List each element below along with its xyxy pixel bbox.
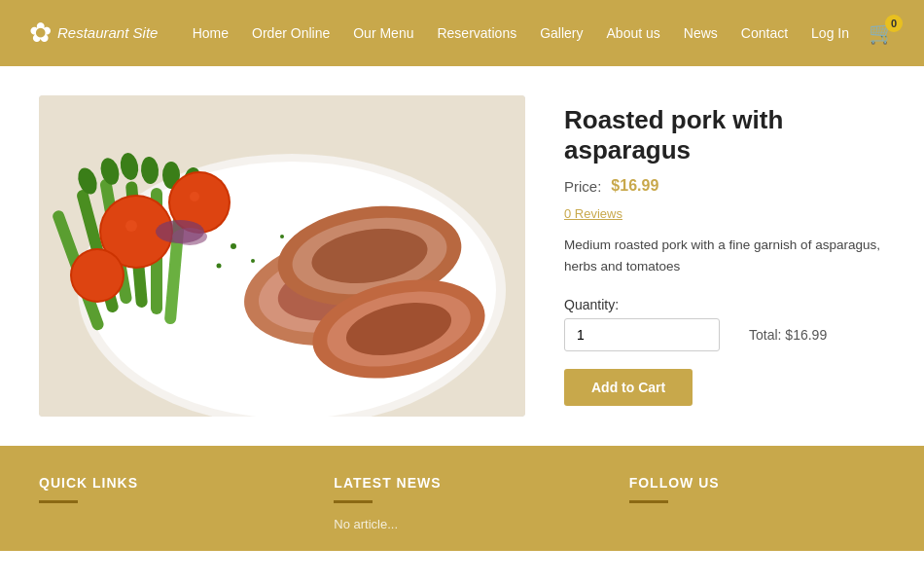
logo-area: ✿ Restaurant Site [29,19,158,47]
follow-us-heading: FOLLOW US [629,475,885,491]
product-details: Roasted pork with asparagus Price: $16.9… [564,95,885,417]
nav-news[interactable]: News [674,19,728,47]
svg-point-36 [217,264,222,269]
footer-latest-news: LATEST NEWS No article... [334,475,589,531]
footer-quick-links: QUICK LINKS [39,475,295,531]
nav-about-us[interactable]: About us [597,19,670,47]
quantity-label: Quantity: [564,297,885,312]
logo-text: Restaurant Site [57,24,158,42]
main-nav: Home Order Online Our Menu Reservations … [183,19,859,47]
quantity-section: Quantity: Total: $16.99 [564,297,885,351]
svg-point-37 [280,235,284,238]
cart-badge: 0 [885,15,903,32]
latest-news-heading: LATEST NEWS [334,475,589,491]
svg-point-17 [125,220,137,232]
svg-point-22 [72,250,123,301]
nav-gallery[interactable]: Gallery [530,19,592,47]
cart-area[interactable]: 🛒 0 [869,20,895,46]
reviews-link[interactable]: 0 Reviews [564,206,622,221]
nav-our-menu[interactable]: Our Menu [343,19,423,47]
nav-contact[interactable]: Contact [731,19,798,47]
logo-icon: ✿ [29,19,52,47]
product-image [39,95,525,417]
nav-login[interactable]: Log In [801,19,859,47]
header: ✿ Restaurant Site Home Order Online Our … [0,0,924,66]
price-label: Price: [564,178,601,195]
nav-reservations[interactable]: Reservations [427,19,526,47]
quantity-row: Total: $16.99 [564,318,885,351]
product-title: Roasted pork with asparagus [564,105,885,165]
add-to-cart-button[interactable]: Add to Cart [564,369,693,406]
follow-us-divider [629,500,668,503]
footer-follow-us: FOLLOW US [629,475,885,531]
latest-news-content: No article... [334,517,589,531]
quantity-input[interactable] [564,318,720,351]
svg-point-20 [190,192,199,201]
svg-point-24 [172,228,207,245]
quick-links-divider [39,500,78,503]
svg-point-34 [231,243,236,249]
total-text: Total: $16.99 [749,327,827,343]
price-row: Price: $16.99 [564,177,885,195]
svg-point-35 [251,259,255,263]
product-description: Medium roasted pork with a fine garnish … [564,235,885,276]
nav-order-online[interactable]: Order Online [242,19,339,47]
latest-news-divider [334,500,373,503]
price-value: $16.99 [611,177,658,195]
quick-links-heading: QUICK LINKS [39,475,295,491]
main-content: Roasted pork with asparagus Price: $16.9… [0,66,924,446]
footer: QUICK LINKS LATEST NEWS No article... FO… [0,446,924,551]
nav-home[interactable]: Home [183,19,238,47]
